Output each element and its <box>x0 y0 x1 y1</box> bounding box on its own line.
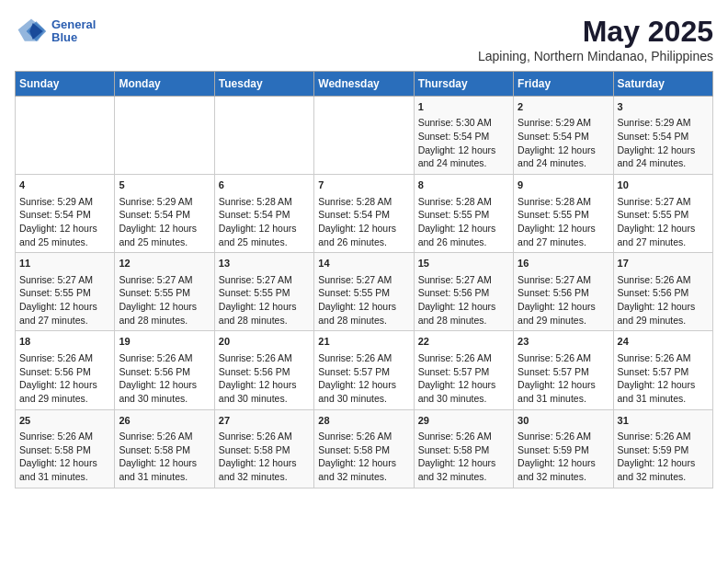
day-info: Daylight: 12 hours <box>219 222 310 236</box>
day-info: Daylight: 12 hours <box>518 456 609 470</box>
week-row-1: 1Sunrise: 5:30 AMSunset: 5:54 PMDaylight… <box>16 97 713 175</box>
day-info: and 32 minutes. <box>518 470 609 484</box>
day-info: Daylight: 12 hours <box>19 300 110 314</box>
day-info: Sunset: 5:57 PM <box>518 365 609 379</box>
calendar-cell: 22Sunrise: 5:26 AMSunset: 5:57 PMDayligh… <box>414 331 513 409</box>
day-number: 7 <box>318 178 409 192</box>
day-info: Daylight: 12 hours <box>219 300 310 314</box>
logo: General Blue <box>15 15 96 48</box>
day-info: and 32 minutes. <box>418 470 509 484</box>
title-area: May 2025 Lapining, Northern Mindanao, Ph… <box>478 15 713 63</box>
calendar-cell: 28Sunrise: 5:26 AMSunset: 5:58 PMDayligh… <box>314 409 414 488</box>
day-number: 20 <box>219 335 310 349</box>
day-info: Sunset: 5:57 PM <box>618 365 709 379</box>
day-number: 2 <box>518 100 609 114</box>
day-info: Daylight: 12 hours <box>119 456 210 470</box>
day-number: 19 <box>119 335 210 349</box>
calendar-cell: 14Sunrise: 5:27 AMSunset: 5:55 PMDayligh… <box>314 253 414 331</box>
day-info: Daylight: 12 hours <box>518 300 609 314</box>
logo-line2: Blue <box>51 31 96 44</box>
day-info: Sunrise: 5:26 AM <box>518 351 609 365</box>
day-info: and 32 minutes. <box>219 470 310 484</box>
day-info: Sunset: 5:55 PM <box>318 286 409 300</box>
day-number: 25 <box>19 414 110 428</box>
calendar-cell: 18Sunrise: 5:26 AMSunset: 5:56 PMDayligh… <box>16 331 115 409</box>
day-info: and 32 minutes. <box>318 470 409 484</box>
day-info: and 31 minutes. <box>19 470 110 484</box>
day-info: Daylight: 12 hours <box>518 144 609 157</box>
day-info: Sunrise: 5:27 AM <box>518 273 609 287</box>
day-info: Daylight: 12 hours <box>618 378 709 392</box>
calendar-cell: 24Sunrise: 5:26 AMSunset: 5:57 PMDayligh… <box>613 331 712 409</box>
logo-line1: General <box>51 18 96 31</box>
col-header-thursday: Thursday <box>414 72 513 97</box>
day-number: 8 <box>418 178 509 192</box>
day-number: 29 <box>418 414 509 428</box>
day-number: 14 <box>318 257 409 270</box>
week-row-3: 11Sunrise: 5:27 AMSunset: 5:55 PMDayligh… <box>16 253 713 331</box>
calendar-cell: 25Sunrise: 5:26 AMSunset: 5:58 PMDayligh… <box>16 409 115 488</box>
day-info: Sunrise: 5:28 AM <box>418 195 509 209</box>
day-info: Daylight: 12 hours <box>618 222 709 236</box>
calendar-cell: 26Sunrise: 5:26 AMSunset: 5:58 PMDayligh… <box>115 409 214 488</box>
day-info: Sunrise: 5:29 AM <box>119 195 210 209</box>
day-number: 15 <box>418 257 509 270</box>
day-info: Daylight: 12 hours <box>418 222 509 236</box>
day-info: Daylight: 12 hours <box>418 378 509 392</box>
day-number: 31 <box>618 414 709 428</box>
day-number: 23 <box>518 335 609 349</box>
main-title: May 2025 <box>478 15 713 49</box>
day-info: Sunrise: 5:27 AM <box>418 273 509 287</box>
day-info: Daylight: 12 hours <box>219 456 310 470</box>
calendar-table: SundayMondayTuesdayWednesdayThursdayFrid… <box>15 71 713 488</box>
col-header-friday: Friday <box>514 72 613 97</box>
day-info: Sunrise: 5:27 AM <box>618 195 709 209</box>
calendar-cell: 29Sunrise: 5:26 AMSunset: 5:58 PMDayligh… <box>414 409 513 488</box>
calendar-cell: 12Sunrise: 5:27 AMSunset: 5:55 PMDayligh… <box>115 253 214 331</box>
col-header-wednesday: Wednesday <box>314 72 414 97</box>
day-info: and 24 minutes. <box>418 156 509 170</box>
col-header-tuesday: Tuesday <box>214 72 313 97</box>
day-info: and 25 minutes. <box>19 236 110 249</box>
week-row-5: 25Sunrise: 5:26 AMSunset: 5:58 PMDayligh… <box>16 409 713 488</box>
day-number: 6 <box>219 178 310 192</box>
calendar-cell: 30Sunrise: 5:26 AMSunset: 5:59 PMDayligh… <box>514 409 613 488</box>
calendar-cell: 2Sunrise: 5:29 AMSunset: 5:54 PMDaylight… <box>514 97 613 175</box>
calendar-cell: 27Sunrise: 5:26 AMSunset: 5:58 PMDayligh… <box>214 409 313 488</box>
calendar-cell: 13Sunrise: 5:27 AMSunset: 5:55 PMDayligh… <box>214 253 313 331</box>
calendar-cell: 16Sunrise: 5:27 AMSunset: 5:56 PMDayligh… <box>514 253 613 331</box>
day-info: Sunset: 5:54 PM <box>19 208 110 222</box>
calendar-cell: 9Sunrise: 5:28 AMSunset: 5:55 PMDaylight… <box>514 175 613 253</box>
day-info: Daylight: 12 hours <box>19 456 110 470</box>
day-info: Sunrise: 5:26 AM <box>119 430 210 443</box>
calendar-cell: 21Sunrise: 5:26 AMSunset: 5:57 PMDayligh… <box>314 331 414 409</box>
day-info: Sunset: 5:57 PM <box>318 365 409 379</box>
day-info: and 26 minutes. <box>318 236 409 249</box>
logo-text: General Blue <box>51 18 96 45</box>
day-info: Sunset: 5:55 PM <box>119 286 210 300</box>
day-info: and 32 minutes. <box>618 470 709 484</box>
col-header-monday: Monday <box>115 72 214 97</box>
day-info: Sunset: 5:54 PM <box>618 130 709 144</box>
day-info: Sunset: 5:54 PM <box>318 208 409 222</box>
day-info: and 31 minutes. <box>518 392 609 406</box>
day-info: Sunrise: 5:26 AM <box>219 430 310 443</box>
header-row: SundayMondayTuesdayWednesdayThursdayFrid… <box>16 72 713 97</box>
day-info: Sunset: 5:55 PM <box>618 208 709 222</box>
day-info: Sunrise: 5:26 AM <box>618 351 709 365</box>
day-number: 12 <box>119 257 210 270</box>
day-info: Daylight: 12 hours <box>418 456 509 470</box>
day-number: 3 <box>618 100 709 114</box>
day-info: Sunset: 5:58 PM <box>219 443 310 457</box>
day-info: Sunrise: 5:26 AM <box>418 430 509 443</box>
day-info: Daylight: 12 hours <box>119 300 210 314</box>
day-info: and 27 minutes. <box>518 236 609 249</box>
day-number: 10 <box>618 178 709 192</box>
day-number: 26 <box>119 414 210 428</box>
day-info: Sunrise: 5:26 AM <box>19 430 110 443</box>
day-info: Sunset: 5:58 PM <box>418 443 509 457</box>
day-info: Daylight: 12 hours <box>318 456 409 470</box>
day-number: 28 <box>318 414 409 428</box>
col-header-saturday: Saturday <box>613 72 712 97</box>
day-info: and 30 minutes. <box>418 392 509 406</box>
